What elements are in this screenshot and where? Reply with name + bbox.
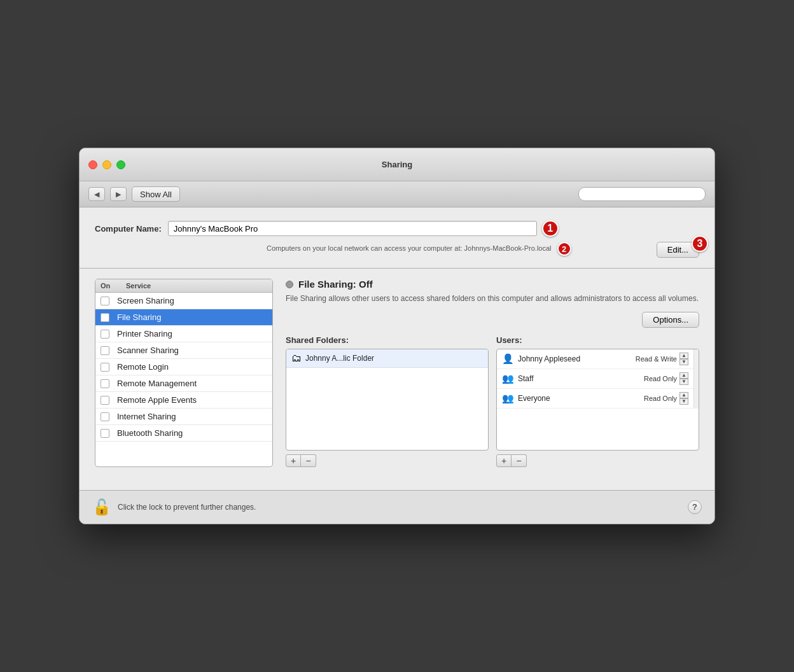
toolbar: ◀ ▶ Show All 🔍	[80, 181, 714, 207]
title-bar: Sharing	[80, 148, 714, 181]
scanner-sharing-checkbox[interactable]	[101, 346, 109, 355]
user-row-everyone[interactable]: 👥 Everyone Read Only ▲ ▼	[497, 389, 693, 409]
service-item-file-sharing[interactable]: File Sharing	[95, 309, 272, 326]
remote-apple-events-label: Remote Apple Events	[117, 395, 197, 405]
main-window: Sharing ◀ ▶ Show All 🔍 Computer Name: 1 …	[79, 148, 715, 524]
screen-sharing-label: Screen Sharing	[117, 296, 174, 305]
stepper-staff[interactable]: ▲ ▼	[679, 372, 688, 385]
file-sharing-title: File Sharing: Off	[298, 279, 373, 290]
folder-name: Johnny A...lic Folder	[305, 354, 374, 363]
service-item-printer-sharing[interactable]: Printer Sharing	[95, 326, 272, 342]
computer-name-input[interactable]	[168, 221, 537, 236]
bluetooth-sharing-checkbox[interactable]	[101, 429, 109, 438]
stepper-down-staff[interactable]: ▼	[679, 379, 688, 385]
options-button[interactable]: Options...	[642, 312, 699, 328]
remote-login-label: Remote Login	[117, 362, 169, 372]
folder-item-public[interactable]: 🗂 Johnny A...lic Folder	[286, 349, 488, 368]
lock-text: Click the lock to prevent further change…	[118, 503, 256, 512]
search-wrapper: 🔍	[578, 187, 706, 201]
add-user-button[interactable]: +	[496, 454, 512, 467]
user-row-staff[interactable]: 👥 Staff Read Only ▲ ▼	[497, 369, 693, 389]
options-btn-row: Options...	[286, 312, 699, 328]
lock-icon[interactable]: 🔓	[92, 498, 111, 516]
bottom-bar: 🔓 Click the lock to prevent further chan…	[80, 490, 714, 524]
back-button[interactable]: ◀	[88, 187, 105, 201]
shared-folders-label: Shared Folders:	[286, 335, 489, 345]
shared-users-area: Shared Folders: 🗂 Johnny A...lic Folder …	[286, 335, 699, 467]
local-network-text: Computers on your local network can acce…	[267, 242, 646, 256]
stepper-johnny[interactable]: ▲ ▼	[679, 353, 688, 365]
network-address-text: Computers on your local network can acce…	[267, 244, 552, 252]
printer-sharing-label: Printer Sharing	[117, 329, 172, 339]
remote-management-label: Remote Management	[117, 379, 197, 388]
user-permission-everyone: Read Only	[644, 395, 677, 402]
internet-sharing-checkbox[interactable]	[101, 412, 109, 421]
file-sharing-label: File Sharing	[117, 312, 161, 322]
local-network-row: Computers on your local network can acce…	[95, 242, 699, 258]
badge-3: 3	[692, 235, 708, 252]
users-list-inner: 👤 Johnny Appleseed Read & Write ▲ ▼	[497, 349, 693, 409]
content-area: Computer Name: 1 Computers on your local…	[80, 207, 714, 480]
badge-1: 1	[542, 220, 559, 237]
service-item-remote-apple-events[interactable]: Remote Apple Events	[95, 392, 272, 409]
file-sharing-checkbox[interactable]	[101, 313, 109, 322]
stepper-down-everyone[interactable]: ▼	[679, 398, 688, 405]
remote-management-checkbox[interactable]	[101, 379, 109, 388]
traffic-lights	[88, 160, 125, 169]
users-scrollbar[interactable]	[693, 349, 699, 409]
col-service-label: Service	[126, 282, 151, 290]
service-item-scanner-sharing[interactable]: Scanner Sharing	[95, 342, 272, 359]
user-row-johnny[interactable]: 👤 Johnny Appleseed Read & Write ▲ ▼	[497, 349, 693, 369]
remote-login-checkbox[interactable]	[101, 363, 109, 372]
maximize-button[interactable]	[116, 160, 125, 169]
user-name-everyone: Everyone	[518, 394, 644, 403]
screen-sharing-checkbox[interactable]	[101, 297, 109, 305]
folder-icon: 🗂	[291, 353, 302, 364]
minimize-button[interactable]	[102, 160, 111, 169]
service-item-remote-login[interactable]: Remote Login	[95, 359, 272, 375]
remote-apple-events-checkbox[interactable]	[101, 396, 109, 405]
stepper-down-johnny[interactable]: ▼	[679, 359, 688, 365]
service-list: On Service Screen Sharing File Sharing P…	[95, 279, 273, 467]
service-list-header: On Service	[95, 279, 272, 293]
scanner-sharing-label: Scanner Sharing	[117, 346, 179, 355]
printer-sharing-checkbox[interactable]	[101, 330, 109, 339]
service-item-remote-management[interactable]: Remote Management	[95, 375, 272, 392]
bluetooth-sharing-label: Bluetooth Sharing	[117, 428, 183, 438]
stepper-up-everyone[interactable]: ▲	[679, 392, 688, 398]
user-icon-johnny: 👤	[502, 353, 514, 365]
user-icon-staff: 👥	[502, 373, 514, 384]
computer-name-label: Computer Name:	[95, 224, 162, 234]
users-label: Users:	[496, 335, 699, 345]
stepper-up-johnny[interactable]: ▲	[679, 353, 688, 359]
shared-folders-panel: Shared Folders: 🗂 Johnny A...lic Folder …	[286, 335, 489, 467]
user-permission-staff: Read Only	[644, 375, 677, 382]
close-button[interactable]	[88, 160, 97, 169]
file-sharing-header: File Sharing: Off	[286, 279, 699, 290]
users-panel: Users: 👤 Johnny Appleseed Read & Write	[496, 335, 699, 467]
users-list: 👤 Johnny Appleseed Read & Write ▲ ▼	[496, 349, 699, 451]
window-title: Sharing	[382, 160, 412, 169]
right-panel: File Sharing: Off File Sharing allows ot…	[286, 279, 699, 467]
status-dot	[286, 281, 293, 288]
stepper-up-staff[interactable]: ▲	[679, 372, 688, 379]
badge-2: 2	[557, 242, 571, 256]
remove-user-button[interactable]: −	[512, 454, 527, 467]
divider	[80, 268, 714, 269]
col-on-label: On	[101, 282, 126, 290]
service-item-bluetooth-sharing[interactable]: Bluetooth Sharing	[95, 425, 272, 442]
user-name-johnny: Johnny Appleseed	[518, 354, 636, 363]
remove-folder-button[interactable]: −	[301, 454, 316, 467]
stepper-everyone[interactable]: ▲ ▼	[679, 392, 688, 405]
service-item-internet-sharing[interactable]: Internet Sharing	[95, 409, 272, 425]
internet-sharing-label: Internet Sharing	[117, 412, 176, 421]
users-add-remove: + −	[496, 454, 699, 467]
add-folder-button[interactable]: +	[286, 454, 301, 467]
forward-button[interactable]: ▶	[110, 187, 127, 201]
shared-folders-list: 🗂 Johnny A...lic Folder	[286, 349, 489, 451]
main-area: On Service Screen Sharing File Sharing P…	[95, 279, 699, 467]
service-item-screen-sharing[interactable]: Screen Sharing	[95, 293, 272, 309]
search-input[interactable]	[578, 187, 706, 201]
show-all-button[interactable]: Show All	[132, 186, 180, 202]
help-button[interactable]: ?	[688, 500, 702, 514]
